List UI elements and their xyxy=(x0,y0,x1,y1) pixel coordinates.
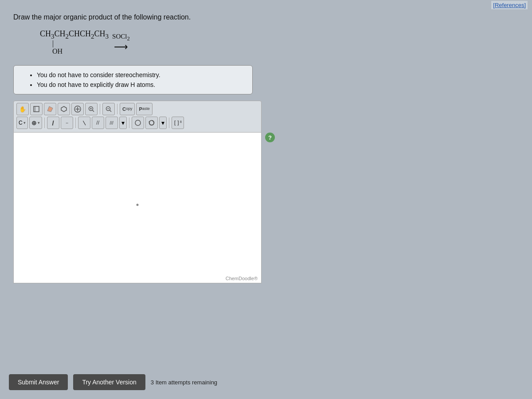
svg-marker-16 xyxy=(149,121,150,123)
toolbar-separator-3 xyxy=(44,117,45,128)
canvas-dot xyxy=(137,204,139,206)
slash-tool[interactable]: / xyxy=(47,117,59,129)
draw-canvas[interactable]: ChemDoodle® xyxy=(13,133,262,283)
atom-dropdown[interactable]: ⊕ ▾ xyxy=(29,117,42,129)
bracket-tool[interactable]: []± xyxy=(172,117,184,129)
select-dropdown[interactable]: C ▾ xyxy=(16,117,28,129)
reactant-text: CH3CH2CHCH2CH3 xyxy=(40,29,109,40)
bottom-buttons: Submit Answer Try Another Version 3 Item… xyxy=(9,374,217,390)
dots-tool[interactable]: ··· xyxy=(61,117,73,129)
svg-point-14 xyxy=(135,120,141,125)
shape-dropdown[interactable]: ▾ xyxy=(159,117,167,129)
svg-marker-3 xyxy=(61,106,66,112)
canvas-container: ChemDoodle® ? xyxy=(13,133,262,283)
zoom-tool[interactable] xyxy=(85,103,98,115)
circle-tool[interactable] xyxy=(132,117,144,129)
triple-bond-tool[interactable]: /// xyxy=(106,117,118,129)
paste-button[interactable]: P aste xyxy=(136,103,152,115)
single-bond-tool[interactable]: / xyxy=(78,117,90,129)
hand-tool[interactable]: ✋ xyxy=(16,103,29,115)
try-another-button[interactable]: Try Another Version xyxy=(73,374,145,390)
eraser-tool[interactable] xyxy=(44,103,56,115)
svg-line-12 xyxy=(110,110,112,112)
svg-rect-0 xyxy=(34,106,39,112)
toolbar-separator-6 xyxy=(169,117,169,128)
toolbar-separator-2 xyxy=(117,104,117,114)
toolbar-row2: C ▾ ⊕ ▾ / ··· / // /// xyxy=(16,117,258,129)
substituent-text: |OH xyxy=(52,39,63,55)
reactant-formula: CH3CH2CHCH2CH3 |OH xyxy=(40,29,109,55)
instructions-box: You do not have to consider stereochemis… xyxy=(13,65,253,95)
help-button[interactable]: ? xyxy=(265,133,275,142)
copy-button[interactable]: C opy xyxy=(120,103,135,115)
instruction-2: You do not have to explicitly draw H ato… xyxy=(37,80,245,90)
reagent-text: SOCl2 xyxy=(112,33,130,42)
chemdoodle-label: ChemDoodle® xyxy=(226,276,258,281)
instruction-1: You do not have to consider stereochemis… xyxy=(37,70,245,80)
attempts-remaining: 3 Item attempts remaining xyxy=(151,379,217,386)
references-link[interactable]: [References] xyxy=(491,1,528,9)
toolbar-row1: ✋ xyxy=(16,103,258,115)
add-tool[interactable] xyxy=(71,103,84,115)
reaction-arrow: ⟶ xyxy=(114,42,128,52)
main-content: Draw the major organic product of the fo… xyxy=(4,9,528,289)
reaction-area: CH3CH2CHCH2CH3 |OH SOCl2 ⟶ xyxy=(40,29,519,55)
reaction-formula: CH3CH2CHCH2CH3 |OH SOCl2 ⟶ xyxy=(40,29,519,55)
zoom-out-tool[interactable] xyxy=(102,103,115,115)
question-text: Draw the major organic product of the fo… xyxy=(13,13,519,21)
bond-type-dropdown[interactable]: ▾ xyxy=(119,117,127,129)
toolbar-area: ✋ xyxy=(13,101,262,133)
svg-marker-2 xyxy=(47,106,53,112)
template-tool[interactable] xyxy=(30,103,43,115)
reaction-arrow-container: SOCl2 ⟶ xyxy=(112,33,130,52)
toolbar-separator-1 xyxy=(100,104,100,114)
ring-tool[interactable] xyxy=(58,103,70,115)
svg-line-8 xyxy=(93,110,94,112)
toolbar-separator-5 xyxy=(129,117,129,128)
submit-answer-button[interactable]: Submit Answer xyxy=(9,374,68,390)
toolbar-separator-4 xyxy=(75,117,76,128)
circle-arrow-tool[interactable] xyxy=(145,117,158,129)
double-bond-tool[interactable]: // xyxy=(92,117,104,129)
